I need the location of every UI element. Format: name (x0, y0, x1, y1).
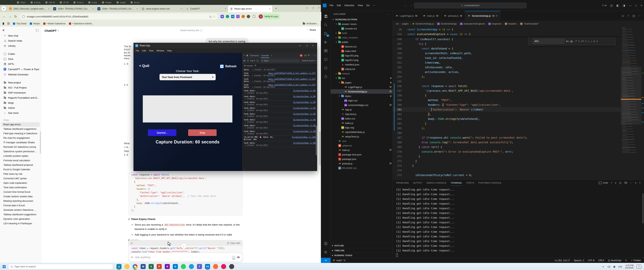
no-issues-label[interactable]: No Issues (244, 65, 253, 67)
quit-button[interactable]: < Quit (139, 64, 149, 68)
command-search-box[interactable]: screenelectron (414, 3, 526, 8)
menu-help[interactable]: Help (167, 50, 172, 52)
tree-file-screenshotapp.js[interactable]: JSScreenshotApp.jsM (330, 89, 392, 94)
code-line-259[interactable]: 259 method: "POST", (393, 98, 621, 102)
status-crlf[interactable]: CRLF (598, 259, 604, 262)
console-entry[interactable]: task data:ScreenshotApp.js:96 ▸{tasks: A… (242, 112, 317, 118)
console-entry[interactable]: task data:ScreenshotApp.js:96 ▸{tasks: A… (242, 100, 317, 106)
chat-list-item[interactable]: LEA meaning in Flamboyan (1, 221, 40, 226)
context-selector[interactable]: top ▾ (250, 59, 255, 62)
panel-more-icon[interactable]: ⋯ (630, 182, 632, 184)
code-line-272[interactable]: 272 } (393, 159, 621, 163)
browser-minimize-button[interactable]: — (306, 6, 308, 9)
browser-tab[interactable]: ✳React app errors× (228, 6, 272, 12)
code-line-273[interactable]: 273 } (393, 163, 621, 168)
site-info-icon[interactable] (22, 15, 25, 18)
page-scrollbar[interactable] (320, 131, 320, 165)
chat-list-item[interactable]: Field type meaning in Salesforce (1, 131, 40, 136)
task-select[interactable]: Test Task from Postman2▾ (160, 74, 216, 80)
regex-button[interactable]: .* (574, 40, 577, 43)
breadcrumb-item[interactable]: pages (402, 23, 408, 25)
react-app-titlebar[interactable]: R React App — □ × (134, 43, 317, 48)
split-editor-icon[interactable]: ◫ (632, 14, 635, 17)
sidebar-item-gpts[interactable]: GPTs (1, 62, 40, 67)
tree-file-logo192.png[interactable]: ▲logo192.png (330, 53, 392, 58)
code-line-271[interactable]: 271 } (393, 154, 621, 159)
devtools-close-icon[interactable]: × (314, 54, 316, 57)
editor-tab-preload.js[interactable]: JSpreload.jsM (441, 11, 465, 21)
breadcrumb-item[interactable]: [@]evaluateAndCapture (460, 23, 485, 25)
close-panel-icon[interactable]: × (639, 182, 641, 184)
taskbar-app-icon[interactable]: W (140, 264, 146, 269)
console-source-link[interactable]: main.2a4f2691df7c645…4.hot-update.js:157 (268, 78, 316, 80)
sidebar-item-ssp-momentum[interactable]: SSP-momentum (1, 90, 40, 95)
tree-file-logo.svg[interactable]: SVGlogo.svg (330, 125, 392, 130)
find-expand-chevron[interactable]: › (530, 40, 531, 42)
code-line-275[interactable]: 275 idleSecondsThisCycleRef.current = 0; (393, 173, 621, 177)
console-entry[interactable]: task data:ScreenshotApp.js:96 ▸{tasks: A… (242, 129, 317, 135)
chat-list-item[interactable]: LinkedIn positive replies (1, 154, 40, 158)
chat-list-item[interactable]: Convert time format Excel (1, 190, 40, 194)
sidebar-item-new-project[interactable]: New project (1, 80, 40, 85)
browser-close-button[interactable]: × (318, 6, 320, 9)
chat-list-item[interactable]: Filter tasks by role (1, 172, 40, 176)
code-line-269[interactable]: 269 } catch (err) { (393, 145, 621, 149)
keyboard-icon[interactable]: ▦ (613, 265, 615, 268)
error-badge[interactable]: 3 (300, 54, 302, 57)
section-timeline[interactable]: ▸TIMELINE (330, 248, 392, 253)
collapse-sidebar-icon[interactable] (36, 29, 39, 32)
toggle-panel-icon[interactable]: ◧ (616, 4, 619, 7)
tab-close-icon[interactable]: × (136, 8, 138, 10)
chat-list-item[interactable]: Create random student data (1, 194, 40, 199)
find-prev-icon[interactable]: ↑ (588, 40, 589, 43)
chat-list-item[interactable]: Excel to Google Calendar (1, 167, 40, 172)
sync-icon[interactable]: ↻ (344, 259, 346, 262)
all-bookmarks-label[interactable]: All Bookm... (306, 22, 318, 25)
chat-list-item[interactable]: Generate random Salesforce data (1, 208, 40, 212)
memory-full-status[interactable]: Saved memory fulli (180, 29, 202, 32)
tree-file-logo512.png[interactable]: ▲logo512.png (330, 58, 392, 62)
refresh-button[interactable]: ↻ Refresh (220, 65, 236, 68)
tree-folder-src[interactable]: ▾src (330, 76, 392, 80)
code-line-263[interactable]: 263 body: JSON.stringify(dataToSend), (393, 116, 621, 121)
code-line-251[interactable]: 251 timestamp, (393, 60, 621, 65)
status-javascript[interactable]: {} JavaScript (608, 259, 621, 262)
sidebar-item-new-chat[interactable]: ✎New chat (1, 33, 40, 38)
console-source-link[interactable]: main.2a4f2691df7c645…4.hot-update.js:157 (268, 72, 316, 74)
console-sidebar-icon[interactable]: ▤ (243, 59, 245, 62)
tree-file-favicon.ico[interactable]: ★favicon.ico (330, 44, 392, 49)
breadcrumb-item[interactable]: src (396, 23, 399, 25)
sidebar-item-admin[interactable]: Admin (1, 105, 40, 110)
remote-indicator[interactable]: >< (321, 258, 330, 263)
warning-badge[interactable]: ⚠2 (304, 54, 307, 56)
split-terminal-icon[interactable]: ◫ (619, 182, 621, 184)
console-source-link[interactable]: ScreenshotApp.js:96 (293, 142, 316, 144)
toggle-sidebar-icon[interactable]: ◫ (610, 4, 613, 7)
console-source-link[interactable]: ScreenshotApp.js:96 (293, 113, 316, 115)
tree-file-index.html[interactable]: 5index.html (330, 49, 392, 53)
sidebar-item-sora[interactable]: ▸Sora (1, 56, 40, 62)
console-entry[interactable]: task data:ScreenshotApp.js:96 ▸{tasks: A… (242, 118, 317, 124)
tab-close-icon[interactable]: × (48, 8, 50, 10)
terminal-dropdown-icon[interactable]: ∨ (615, 182, 616, 184)
code-line-249[interactable]: 249 screenshotPath: ssResult.path, (393, 51, 621, 56)
vscode-close-button[interactable]: × (641, 4, 642, 7)
tree-file-app.test.js[interactable]: ⚗App.test.js (330, 112, 392, 116)
composer-input[interactable]: Ask anything (135, 256, 230, 259)
tab-close-icon[interactable]: × (269, 8, 270, 10)
chat-list-item[interactable]: Apex code explanation (1, 181, 40, 185)
tree-folder-styles[interactable]: ▾styles (330, 94, 392, 98)
minimize-icon[interactable]: — (299, 44, 302, 47)
tree-file-setuptests.js[interactable]: JSsetupTests.js (330, 134, 392, 139)
devtools-settings-icon[interactable]: ⚙ (308, 54, 310, 57)
chat-list-item[interactable]: Meeting reporting discussion (1, 199, 40, 203)
find-close-icon[interactable]: × (596, 40, 598, 43)
taskbar-app-icon[interactable] (229, 264, 234, 269)
activity-run-debug-icon[interactable] (321, 38, 330, 47)
sidebar-item-isij-full-project[interactable]: ISIJ - Full Project (1, 85, 40, 90)
volume-icon[interactable]: ◁)) (607, 265, 610, 268)
devtools-tab-console[interactable]: Console (261, 54, 269, 58)
tree-folder-public[interactable]: ▾public (330, 40, 392, 44)
clear-console-icon[interactable]: ⊘ (247, 59, 248, 62)
tree-file-app.js[interactable]: JSApp.js (330, 107, 392, 112)
